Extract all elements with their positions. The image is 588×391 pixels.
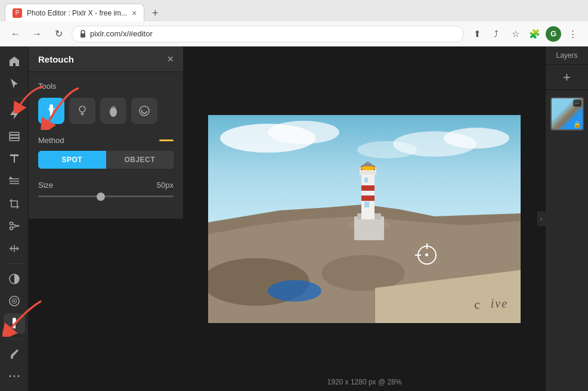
new-tab-button[interactable]: + [147, 5, 163, 21]
svg-marker-48 [361, 162, 375, 166]
browser-chrome: P Photo Editor : Pixlr X - free im... × … [0, 0, 588, 46]
layer-thumbnail: ··· 🔒 [550, 97, 584, 131]
tool-text[interactable] [4, 149, 25, 169]
tool-buttons-group [38, 98, 174, 124]
toolbar-separator-1 [5, 98, 23, 99]
main-canvas: ive c 1920 x 1280 px @ 28% [184, 46, 545, 391]
zoom-info: 1920 x 1280 px @ 28% [274, 378, 455, 386]
svg-rect-50 [364, 201, 369, 207]
forward-button[interactable]: → [29, 26, 45, 42]
layer-lock-icon: 🔒 [573, 120, 581, 128]
size-value: 50px [157, 181, 174, 190]
nav-icons: ⬆ ⤴ ☆ 🧩 G ⋮ [469, 26, 581, 42]
svg-point-27 [140, 106, 149, 116]
profile-icon[interactable]: G [545, 26, 562, 42]
tab-close-icon[interactable]: × [132, 8, 137, 18]
tool-select[interactable] [4, 74, 25, 94]
retouch-cursor [417, 246, 437, 265]
tab-bar: P Photo Editor : Pixlr X - free im... × … [0, 0, 588, 21]
smudge-tool[interactable] [131, 98, 157, 124]
clone-tool[interactable] [69, 98, 95, 124]
lock-icon [79, 30, 86, 38]
panel-close-button[interactable]: × [167, 54, 174, 64]
tool-lightning[interactable] [4, 104, 25, 124]
active-tab[interactable]: P Photo Editor : Pixlr X - free im... × [5, 4, 144, 21]
layers-panel: › Layers + ··· 🔒 [545, 46, 588, 391]
svg-rect-24 [50, 111, 52, 116]
lighthouse-layer [208, 115, 521, 323]
svg-point-7 [10, 222, 13, 225]
svg-point-8 [10, 227, 13, 230]
address-bar[interactable]: pixlr.com/x/#editor [72, 26, 464, 42]
method-buttons: SPOT OBJECT [38, 151, 174, 169]
slider-thumb[interactable] [97, 193, 105, 201]
toolbar-separator-3 [5, 339, 23, 339]
watermark: ive [491, 297, 508, 311]
tool-pattern[interactable] [4, 171, 25, 191]
svg-point-25 [79, 106, 85, 112]
tool-crop[interactable] [4, 194, 25, 214]
tools-section-label: Tools [38, 82, 174, 91]
download-icon[interactable]: ⬆ [469, 26, 485, 42]
bookmark-icon[interactable]: ☆ [507, 26, 524, 42]
svg-rect-23 [49, 104, 53, 113]
healing-brush-tool[interactable] [38, 98, 64, 124]
size-header: Size 50px [38, 181, 174, 190]
tool-layers[interactable] [4, 126, 25, 147]
crosshair-v [426, 243, 428, 249]
panel-body: Tools [29, 72, 183, 219]
method-header: Method [38, 136, 174, 145]
add-layer-button[interactable]: + [546, 65, 588, 90]
size-label: Size [38, 181, 53, 190]
svg-rect-40 [354, 216, 384, 240]
svg-rect-2 [10, 135, 19, 138]
retouch-panel: Retouch × Tools [29, 46, 184, 219]
refresh-button[interactable]: ↻ [50, 26, 67, 42]
svg-rect-1 [10, 132, 19, 135]
tool-home[interactable] [4, 51, 25, 72]
panel-header: Retouch × [29, 46, 183, 72]
panel-toggle-button[interactable]: › [536, 210, 546, 227]
share-icon[interactable]: ⤴ [488, 26, 505, 42]
spot-method-button[interactable]: SPOT [38, 151, 106, 169]
canvas-image[interactable]: ive c [208, 115, 521, 323]
profile-circle[interactable]: G [546, 26, 561, 42]
svg-point-19 [11, 356, 13, 359]
menu-icon[interactable]: ⋮ [564, 26, 581, 42]
svg-point-21 [13, 376, 15, 377]
browser-nav: ← → ↻ pixlr.com/x/#editor ⬆ ⤴ ☆ 🧩 G ⋮ [0, 21, 588, 46]
favicon: P [13, 8, 22, 18]
size-slider[interactable] [38, 196, 174, 197]
tool-retouch[interactable] [4, 314, 25, 334]
app: Retouch × Tools [0, 46, 588, 391]
layer-item[interactable]: ··· 🔒 [546, 90, 588, 138]
size-section: Size 50px [38, 181, 174, 197]
crosshair-h [415, 255, 421, 256]
back-button[interactable]: ← [7, 26, 24, 42]
svg-rect-49 [364, 178, 368, 182]
tool-contrast[interactable] [4, 269, 25, 289]
retouch-panel-wrapper: Retouch × Tools [29, 46, 184, 391]
extensions-icon[interactable]: 🧩 [526, 26, 543, 42]
retouch-cursor-dot [425, 253, 428, 256]
tool-scissors[interactable] [4, 216, 25, 237]
tool-brush[interactable] [4, 344, 25, 364]
url-text: pixlr.com/x/#editor [90, 29, 153, 38]
method-label: Method [38, 136, 64, 145]
toolbar-separator-2 [5, 263, 23, 264]
tool-blur[interactable] [4, 291, 25, 311]
tool-more[interactable] [4, 366, 25, 386]
svg-point-20 [9, 376, 11, 377]
tab-title: Photo Editor : Pixlr X - free im... [27, 9, 127, 17]
svg-rect-3 [10, 138, 19, 141]
add-icon: + [563, 70, 571, 85]
layer-options-icon[interactable]: ··· [573, 100, 581, 107]
svg-rect-18 [13, 324, 16, 328]
method-indicator [159, 139, 174, 141]
liquify-tool[interactable] [100, 98, 126, 124]
tool-levels[interactable] [4, 238, 25, 259]
object-method-button[interactable]: OBJECT [106, 151, 174, 169]
layers-title: Layers [546, 46, 588, 65]
panel-title: Retouch [38, 54, 74, 64]
svg-rect-44 [361, 196, 375, 201]
